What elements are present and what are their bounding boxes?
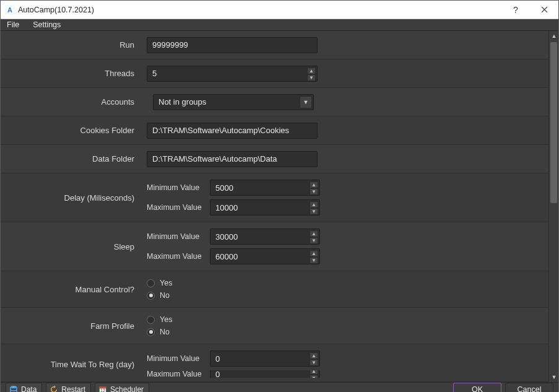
threads-input[interactable]: 5 ▲▼ (147, 66, 318, 82)
close-icon (541, 6, 548, 13)
manual-control-no-radio[interactable] (147, 292, 155, 300)
window-title: AutoCamp(10.7.2021) (18, 6, 94, 14)
run-input[interactable]: 99999999 (147, 37, 318, 53)
sleep-max-label: Maximum Value (147, 252, 206, 261)
farm-profile-yes-radio[interactable] (147, 316, 155, 324)
time-wait-max-spinner[interactable]: ▲▼ (310, 370, 318, 378)
help-button[interactable]: ? (501, 1, 530, 19)
delay-max-input[interactable]: 10000 ▲▼ (210, 199, 320, 216)
delay-min-input[interactable]: 5000 ▲▼ (210, 180, 320, 196)
close-button[interactable] (530, 1, 558, 19)
delay-max-spinner[interactable]: ▲▼ (310, 201, 318, 214)
scheduler-button[interactable]: 12 Scheduler (95, 383, 149, 392)
ok-button[interactable]: OK (453, 383, 501, 392)
sleep-min-input[interactable]: 30000 ▲▼ (210, 229, 320, 245)
scroll-thumb[interactable] (550, 42, 557, 203)
data-button[interactable]: Data (6, 383, 42, 392)
farm-profile-label: Farm Profile (1, 311, 143, 340)
restart-button[interactable]: Restart (46, 383, 91, 392)
time-wait-label: Time Wait To Reg (day) (1, 347, 143, 381)
delay-max-label: Maximum Value (147, 203, 206, 212)
manual-control-yes-radio[interactable] (147, 279, 155, 287)
time-wait-max-label: Maximum Value (147, 370, 206, 378)
data-folder-label: Data Folder (1, 145, 143, 173)
manual-control-label: Manual Control? (1, 275, 143, 303)
delay-label: Delay (Miliseconds) (1, 176, 143, 219)
sleep-min-label: Minimum Value (147, 232, 206, 241)
farm-profile-yes-label: Yes (160, 315, 172, 324)
app-icon: A (6, 6, 14, 14)
sleep-label: Sleep (1, 225, 143, 268)
menu-settings[interactable]: Settings (30, 19, 63, 30)
vertical-scrollbar[interactable]: ▲ ▼ (548, 31, 558, 382)
delay-min-label: Minimum Value (147, 183, 206, 192)
scroll-up-icon[interactable]: ▲ (549, 31, 559, 41)
time-wait-min-spinner[interactable]: ▲▼ (310, 352, 318, 365)
bottom-bar: Data Restart 12 Scheduler OK Cancel (1, 382, 558, 392)
manual-control-yes-label: Yes (160, 279, 172, 287)
svg-point-0 (11, 386, 17, 388)
calendar-icon: 12 (98, 385, 108, 392)
farm-profile-no-label: No (160, 328, 170, 336)
chevron-down-icon[interactable]: ▼ (300, 96, 312, 108)
restart-icon (49, 385, 59, 392)
database-icon (9, 385, 19, 392)
time-wait-min-label: Minimum Value (147, 354, 206, 363)
farm-profile-no-radio[interactable] (147, 328, 155, 336)
accounts-combo[interactable]: Not in groups ▼ (153, 94, 314, 110)
cookies-folder-label: Cookies Folder (1, 116, 143, 144)
run-label: Run (1, 31, 143, 59)
delay-min-spinner[interactable]: ▲▼ (310, 181, 318, 194)
sleep-max-spinner[interactable]: ▲▼ (310, 250, 318, 263)
cookies-folder-input[interactable]: D:\TRAM\Software\Autocamp\Cookies (147, 123, 318, 139)
sleep-max-input[interactable]: 60000 ▲▼ (210, 248, 320, 264)
time-wait-max-input[interactable]: 0 ▲▼ (210, 370, 320, 378)
threads-spinner[interactable]: ▲▼ (307, 68, 316, 80)
app-window: A AutoCamp(10.7.2021) ? File Settings Ru… (0, 0, 559, 392)
svg-text:12: 12 (100, 388, 105, 392)
threads-label: Threads (1, 59, 143, 87)
menu-file[interactable]: File (4, 19, 22, 30)
sleep-min-spinner[interactable]: ▲▼ (310, 230, 318, 243)
time-wait-min-input[interactable]: 0 ▲▼ (210, 351, 320, 367)
form-area: Run 99999999 Threads 5 ▲▼ (1, 31, 558, 382)
menubar: File Settings (1, 19, 558, 31)
scroll-down-icon[interactable]: ▼ (549, 372, 559, 382)
data-folder-input[interactable]: D:\TRAM\Software\Autocamp\Data (147, 151, 318, 167)
accounts-label: Accounts (1, 88, 143, 116)
cancel-button[interactable]: Cancel (505, 383, 553, 392)
manual-control-no-label: No (160, 291, 170, 300)
titlebar: A AutoCamp(10.7.2021) ? (1, 1, 558, 19)
